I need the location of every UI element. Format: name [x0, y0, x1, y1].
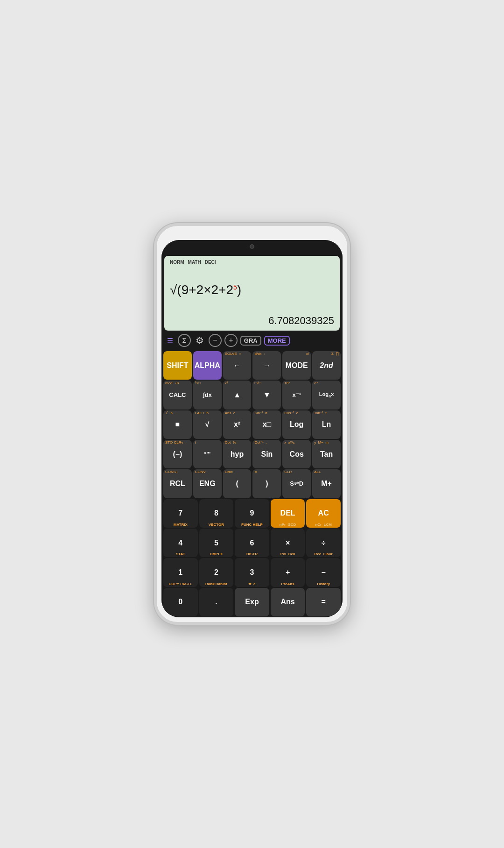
menu-icon[interactable]: ≡: [165, 333, 175, 347]
0-button[interactable]: 0: [163, 588, 198, 616]
left-arrow-button[interactable]: SOLVE = ←: [223, 351, 252, 380]
8-button[interactable]: 8 VECTOR: [199, 499, 234, 528]
minus-circle[interactable]: −: [209, 334, 222, 347]
settings-icon[interactable]: ⚙: [194, 334, 206, 347]
3-button[interactable]: 3 π e: [235, 558, 269, 587]
plus-button[interactable]: + PreAns: [271, 558, 305, 587]
logax-button[interactable]: eˣ Logax: [312, 381, 341, 409]
minus-button[interactable]: − History: [306, 558, 341, 587]
calc-button[interactable]: mod ÷R CALC: [163, 381, 192, 409]
button-row-7: 4 STAT 5 CMPLX 6 DISTR × Pol Ceil: [163, 529, 341, 557]
4-button[interactable]: 4 STAT: [163, 529, 198, 557]
ln-button[interactable]: Tan⁻¹ f Ln: [312, 410, 341, 439]
gra-button[interactable]: GRA: [240, 336, 261, 346]
log-button[interactable]: Cos⁻¹ e Log: [282, 410, 311, 439]
m-plus-button[interactable]: ALL M+: [312, 469, 341, 498]
ans-button[interactable]: Ans: [271, 588, 305, 616]
6-button[interactable]: 6 DISTR: [235, 529, 269, 557]
rcl-button[interactable]: CONST RCL: [163, 469, 192, 498]
close-paren-button[interactable]: ∞ ): [252, 469, 281, 498]
negative-button[interactable]: STO CLRv (−): [163, 440, 192, 468]
fraction-button[interactable]: ∠ a ■: [163, 410, 192, 439]
button-grid: SHIFT ALPHA SOLVE = ← d/dx : → x!: [161, 350, 343, 617]
x-squared-button[interactable]: Abs c x²: [223, 410, 252, 439]
mode-norm[interactable]: NORM: [170, 260, 184, 265]
9-button[interactable]: 9 FUNC HELP: [235, 499, 269, 528]
status-bar: [161, 240, 343, 253]
multiply-button[interactable]: × Pol Ceil: [271, 529, 305, 557]
divide-button[interactable]: ÷ Rec Floor: [306, 529, 341, 557]
mode-button[interactable]: x! MODE: [282, 351, 311, 380]
s-to-d-button[interactable]: CLR S⇌D: [282, 469, 311, 498]
x-power-button[interactable]: Sin⁻¹ d x□: [252, 410, 281, 439]
decimal-button[interactable]: .: [199, 588, 234, 616]
button-row-4: STO CLRv (−) i °'" Cot % hyp Cot⁻¹ , Sin: [163, 440, 341, 468]
open-paren-button[interactable]: Limit (: [223, 469, 252, 498]
1-button[interactable]: 1 COPY PASTE: [163, 558, 198, 587]
button-row-8: 1 COPY PASTE 2 Ran# RanInt 3 π e + PreAn…: [163, 558, 341, 587]
eng-button[interactable]: CONV ENG: [193, 469, 222, 498]
mode-deci[interactable]: DECI: [205, 260, 216, 265]
button-row-3: ∠ a ■ FACT b √ Abs c x² Sin⁻¹ d x□: [163, 410, 341, 439]
display-expression: √(9+2×2+25): [170, 279, 334, 301]
tan-button[interactable]: y M− m Tan: [312, 440, 341, 468]
button-row-6: 7 MATRIX 8 VECTOR 9 FUNC HELP DEL nPr GC…: [163, 499, 341, 528]
toolbar: ≡ Σ ⚙ − + GRA MORE: [161, 331, 343, 350]
up-arrow-button[interactable]: x³ ▲: [223, 381, 252, 409]
more-button[interactable]: MORE: [264, 336, 290, 346]
display-modes: NORM MATH DECI: [170, 260, 334, 265]
button-row-5: CONST RCL CONV ENG Limit ( ∞ ): [163, 469, 341, 498]
display-result: 6.7082039325: [170, 315, 334, 327]
2nd-button[interactable]: Σ ∏ 2nd: [312, 351, 341, 380]
hyp-button[interactable]: Cot % hyp: [223, 440, 252, 468]
right-arrow-button[interactable]: d/dx : →: [252, 351, 281, 380]
calculator-body: NORM MATH DECI √(9+2×2+25) 6.7082039325 …: [161, 253, 343, 617]
cos-button[interactable]: x aᵇ/c Cos: [282, 440, 311, 468]
display: NORM MATH DECI √(9+2×2+25) 6.7082039325: [164, 256, 340, 331]
7-button[interactable]: 7 MATRIX: [163, 499, 198, 528]
shift-button[interactable]: SHIFT: [163, 351, 192, 380]
mode-math[interactable]: MATH: [188, 260, 201, 265]
button-row-1: SHIFT ALPHA SOLVE = ← d/dx : → x!: [163, 351, 341, 380]
del-button[interactable]: DEL nPr GCD: [271, 499, 305, 528]
2-button[interactable]: 2 Ran# RanInt: [199, 558, 234, 587]
alpha-button[interactable]: ALPHA: [193, 351, 222, 380]
button-row-2: mod ÷R CALC ³√□ ∫dx x³ ▲ □√□ ▼: [163, 381, 341, 409]
x-inverse-button[interactable]: 10ˣ x⁻¹: [282, 381, 311, 409]
camera: [250, 244, 254, 249]
degree-button[interactable]: i °'": [193, 440, 222, 468]
phone-screen: NORM MATH DECI √(9+2×2+25) 6.7082039325 …: [161, 240, 343, 617]
integral-button[interactable]: ³√□ ∫dx: [193, 381, 222, 409]
equals-button[interactable]: =: [306, 588, 341, 616]
exp-button[interactable]: Exp: [235, 588, 269, 616]
sin-button[interactable]: Cot⁻¹ , Sin: [252, 440, 281, 468]
sqrt-button[interactable]: FACT b √: [193, 410, 222, 439]
plus-circle[interactable]: +: [224, 334, 238, 347]
ac-button[interactable]: AC nCr LCM: [306, 499, 341, 528]
button-row-9: 0 . Exp Ans =: [163, 588, 341, 616]
down-arrow-button[interactable]: □√□ ▼: [252, 381, 281, 409]
sigma-button[interactable]: Σ: [178, 334, 191, 347]
phone-frame: NORM MATH DECI √(9+2×2+25) 6.7082039325 …: [154, 223, 350, 625]
5-button[interactable]: 5 CMPLX: [199, 529, 234, 557]
